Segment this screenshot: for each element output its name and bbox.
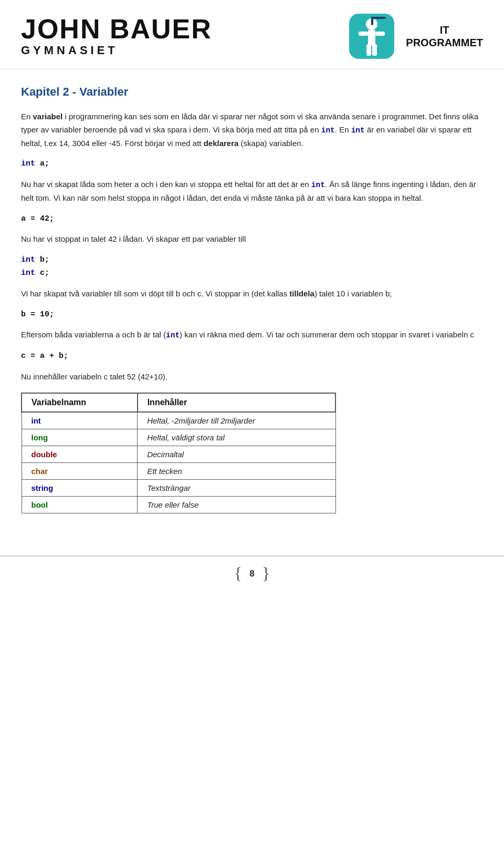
variable-types-table: Variabelnamn Innehåller intHeltal, -2mil…: [21, 393, 336, 513]
paragraph-4: Vi har skapat två variabler till som vi …: [21, 287, 483, 301]
table-cell-description: Heltal, -2miljarder till 2miljarder: [138, 412, 335, 429]
code3-line1: int b;: [21, 253, 483, 267]
paragraph-2: Nu har vi skapat låda som heter a och i …: [21, 178, 483, 205]
code5-text: c = a + b;: [21, 352, 68, 361]
school-name-line2: GYMNASIET: [21, 44, 348, 57]
svg-rect-4: [375, 32, 385, 36]
svg-rect-5: [366, 44, 371, 56]
code1-rest: a;: [35, 159, 49, 168]
paragraph-3: Nu har vi stoppat in talet 42 i lådan. V…: [21, 233, 483, 246]
code-block-2: a = 42;: [21, 212, 483, 226]
table-header-contains: Innehåller: [138, 393, 335, 412]
code3-c: c;: [35, 269, 49, 277]
table-cell-varname: long: [22, 429, 138, 446]
p4-text1: Vi har skapat två variabler till som vi …: [21, 289, 289, 298]
school-logo-icon: [348, 13, 395, 60]
table-cell-varname: bool: [22, 497, 138, 513]
svg-rect-2: [368, 30, 375, 46]
page-header: JOHN BAUER GYMNASIET IT PROGRAMMET: [0, 0, 504, 69]
table-cell-description: Textsträngar: [138, 480, 335, 497]
svg-rect-3: [359, 32, 368, 36]
school-name-line1: JOHN BAUER: [21, 15, 348, 43]
code4-text: b = 10;: [21, 310, 54, 319]
table-header-name: Variabelnamn: [22, 393, 138, 412]
table-cell-description: True eller false: [138, 497, 335, 513]
p3-text: Nu har vi stoppat in talet 42 i lådan. V…: [21, 234, 246, 243]
programmet-label: PROGRAMMET: [406, 36, 483, 49]
table-cell-description: Ett tecken: [138, 463, 335, 480]
table-cell-description: Heltal, väldigt stora tal: [138, 429, 335, 446]
p5-text2: ) kan vi räkna med dem. Vi tar och summe…: [180, 330, 474, 339]
p2-text1: Nu har vi skapat låda som heter a och i …: [21, 180, 311, 189]
chapter-title: Kapitel 2 - Variabler: [21, 85, 483, 99]
code-block-5: c = a + b;: [21, 349, 483, 363]
code2-text: a = 42;: [21, 214, 54, 223]
table-row: intHeltal, -2miljarder till 2miljarder: [22, 412, 335, 429]
table-row: doubleDecimaltal: [22, 446, 335, 463]
p1-text4: (skapa) variablen.: [238, 139, 303, 148]
paragraph-1: En variabel i programmering kan ses som …: [21, 110, 483, 150]
main-content: Kapitel 2 - Variabler En variabel i prog…: [0, 69, 504, 540]
p1-text2: . En: [335, 125, 351, 134]
code3-b: b;: [35, 255, 49, 264]
page-number: 8: [249, 569, 254, 579]
p1-bold-variabel: variabel: [33, 112, 63, 121]
code1-int: int: [21, 159, 35, 168]
code-block-1: int a;: [21, 157, 483, 171]
paragraph-5: Eftersom båda variablerna a och b är tal…: [21, 328, 483, 342]
p1-int2: int: [351, 126, 365, 135]
table-row: stringTextsträngar: [22, 480, 335, 497]
table-row: charEtt tecken: [22, 463, 335, 480]
p4-tilldela: tilldela: [289, 289, 314, 298]
table-cell-varname: int: [22, 412, 138, 429]
table-cell-description: Decimaltal: [138, 446, 335, 463]
p4-text2: ) talet 10 i variablen b;: [314, 289, 392, 298]
svg-rect-8: [371, 17, 386, 19]
table-cell-varname: double: [22, 446, 138, 463]
table-cell-varname: string: [22, 480, 138, 497]
p1-int1: int: [321, 126, 335, 135]
p6-text: Nu innehåller variabeln c talet 52 (42+1…: [21, 372, 167, 381]
code-block-4: b = 10;: [21, 308, 483, 322]
code3-int-b: int: [21, 255, 35, 264]
p5-text1: Eftersom båda variablerna a och b är tal…: [21, 330, 166, 339]
footer-brace-right: }: [262, 564, 270, 583]
table-cell-varname: char: [22, 463, 138, 480]
footer-brace-left: {: [234, 564, 242, 583]
paragraph-6: Nu innehåller variabeln c talet 52 (42+1…: [21, 370, 483, 384]
svg-rect-6: [372, 44, 377, 56]
page-footer: { 8 }: [0, 555, 504, 589]
code3-line2: int c;: [21, 266, 483, 280]
header-title-block: JOHN BAUER GYMNASIET: [21, 15, 348, 57]
code-block-3: int b; int c;: [21, 253, 483, 280]
p1-intro: En: [21, 112, 33, 121]
code3-int-c: int: [21, 269, 35, 277]
it-label: IT: [406, 24, 483, 36]
table-row: boolTrue eller false: [22, 497, 335, 513]
header-logo-area: IT PROGRAMMET: [348, 13, 483, 60]
program-label: IT PROGRAMMET: [406, 24, 483, 49]
table-row: longHeltal, väldigt stora tal: [22, 429, 335, 446]
p2-int: int: [311, 181, 325, 189]
p1-deklarera: deklarera: [204, 139, 239, 148]
p5-int: int: [166, 331, 180, 339]
